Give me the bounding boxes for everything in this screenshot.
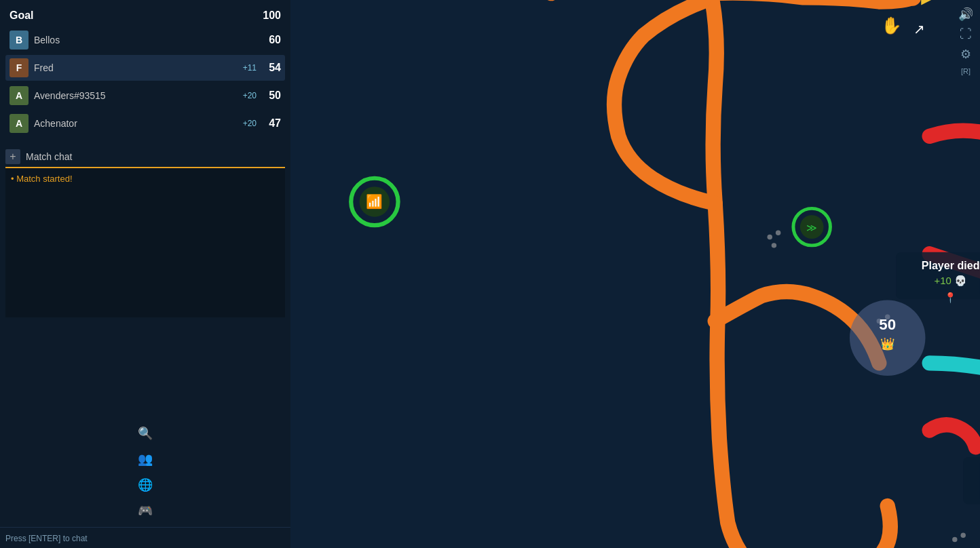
svg-text:📍: 📍 xyxy=(944,292,957,304)
player-delta-p3: +20 xyxy=(238,91,257,100)
game-area: 📶 ≫ ≫ ✈ 47 ✋ ↗ 50 👑 Player died +10 💀 📍 … xyxy=(290,0,980,548)
svg-rect-31 xyxy=(963,457,980,504)
users-nav-button[interactable]: 👥 xyxy=(134,448,156,470)
chat-messages: • Match started! xyxy=(5,168,285,317)
player-score-p3: 50 xyxy=(262,90,281,102)
chat-title: Match chat xyxy=(26,151,72,162)
svg-point-3 xyxy=(772,243,776,248)
match-chat-section: + Match chat • Match started! xyxy=(0,149,290,417)
top-right-controls: 🔊 ⛶ ⚙ [R] xyxy=(958,7,973,75)
player-score-p2: 54 xyxy=(262,62,281,74)
goal-row: Goal 100 xyxy=(5,7,285,27)
svg-text:👑: 👑 xyxy=(880,336,895,351)
chat-header: + Match chat xyxy=(5,149,285,168)
player-score-p1: 60 xyxy=(262,34,281,46)
rebind-label[interactable]: [R] xyxy=(961,67,970,75)
svg-text:✋: ✋ xyxy=(881,16,902,36)
player-name-p3: Avenders#93515 xyxy=(34,90,238,101)
svg-point-2 xyxy=(768,235,772,239)
fullscreen-icon[interactable]: ⛶ xyxy=(960,27,972,41)
svg-text:📶: 📶 xyxy=(366,193,383,210)
svg-text:Player died: Player died xyxy=(922,259,980,271)
svg-rect-0 xyxy=(290,0,980,548)
chat-plus-button[interactable]: + xyxy=(5,149,20,164)
sidebar: Goal 100 B Bellos 60 F Fred +11 54 A Ave… xyxy=(0,0,290,548)
player-row-p1: B Bellos 60 xyxy=(5,27,285,53)
chat-input-hint: Press [ENTER] to chat xyxy=(5,534,88,543)
volume-icon[interactable]: 🔊 xyxy=(958,7,973,22)
player-delta-p2: +11 xyxy=(238,63,257,73)
player-row-p4: A Achenator +20 47 xyxy=(5,111,285,136)
svg-point-7 xyxy=(952,537,957,542)
player-score-p4: 47 xyxy=(262,117,281,130)
settings-icon[interactable]: ⚙ xyxy=(960,47,971,62)
svg-point-8 xyxy=(961,533,966,538)
player-delta-p4: +20 xyxy=(238,119,257,128)
globe-nav-button[interactable]: 🌐 xyxy=(134,474,156,496)
scoreboard: Goal 100 B Bellos 60 F Fred +11 54 A Ave… xyxy=(0,0,290,138)
svg-text:↗: ↗ xyxy=(913,22,925,37)
search-nav-button[interactable]: 🔍 xyxy=(134,423,156,444)
svg-text:50: 50 xyxy=(879,316,896,333)
chat-input-bar: Press [ENTER] to chat xyxy=(0,527,290,548)
player-avatar-p4: A xyxy=(10,114,29,133)
goal-label: Goal xyxy=(10,9,34,22)
game-canvas: 📶 ≫ ≫ ✈ 47 ✋ ↗ 50 👑 Player died +10 💀 📍 … xyxy=(290,0,980,548)
players-list: B Bellos 60 F Fred +11 54 A Avenders#935… xyxy=(5,27,285,136)
player-avatar-p3: A xyxy=(10,86,29,105)
svg-text:≫: ≫ xyxy=(806,222,817,233)
player-name-p4: Achenator xyxy=(34,118,238,129)
player-avatar-p2: F xyxy=(10,58,29,77)
goal-value: 100 xyxy=(263,9,281,22)
gamepad-nav-button[interactable]: 🎮 xyxy=(134,500,156,522)
player-name-p2: Fred xyxy=(34,62,238,73)
player-row-p3: A Avenders#93515 +20 50 xyxy=(5,83,285,109)
chat-message: • Match started! xyxy=(11,174,280,184)
svg-text:+10 💀: +10 💀 xyxy=(934,275,966,287)
player-row-p2: F Fred +11 54 xyxy=(5,55,285,81)
player-avatar-p1: B xyxy=(10,31,29,50)
svg-point-4 xyxy=(776,231,780,235)
player-name-p1: Bellos xyxy=(34,35,238,45)
bottom-nav: 🔍 👥 🌐 🎮 xyxy=(0,417,290,527)
